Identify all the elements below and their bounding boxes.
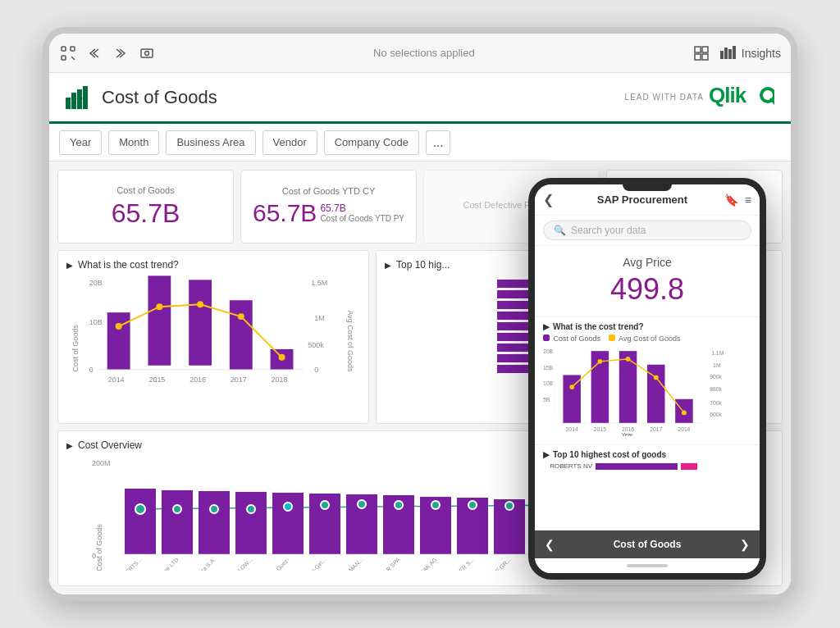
svg-rect-2 xyxy=(62,56,66,60)
svg-text:20B: 20B xyxy=(89,279,103,287)
svg-text:2014: 2014 xyxy=(108,375,125,384)
toolbar-right: Insights xyxy=(692,44,781,62)
phone-top10-title: ▶ Top 10 highest cost of goods xyxy=(543,450,751,459)
kpi-ytd-side: 65.7B Cost of Goods YTD PY xyxy=(320,199,404,223)
svg-text:2016: 2016 xyxy=(189,375,206,384)
phone-trend-title: ▶ What is the cost trend? xyxy=(543,322,751,331)
filter-vendor[interactable]: Vendor xyxy=(262,130,317,155)
svg-rect-9 xyxy=(702,54,708,60)
cost-trend-chart: ▶ What is the cost trend? 20B 10B 0 1.5M… xyxy=(57,250,369,424)
phone-prev-button[interactable]: ❮ xyxy=(545,538,555,551)
svg-text:STAK AG: STAK AG xyxy=(417,557,438,571)
phone-legend-bar: Cost of Goods xyxy=(543,334,600,343)
svg-rect-1 xyxy=(71,47,75,51)
kpi-ytd-sub-label: Cost of Goods YTD PY xyxy=(320,214,404,223)
kpi-ytd-sub-val: 65.7B xyxy=(320,203,404,214)
svg-text:700k: 700k xyxy=(710,400,722,406)
svg-rect-6 xyxy=(695,47,701,52)
filter-month[interactable]: Month xyxy=(108,130,159,155)
svg-text:RGER S...: RGER S... xyxy=(452,557,475,571)
svg-text:1M: 1M xyxy=(713,362,721,368)
svg-rect-7 xyxy=(702,47,708,52)
phone-kpi-section: Avg Price 499.8 xyxy=(535,246,760,316)
phone-back-button[interactable]: ❮ xyxy=(543,192,554,207)
svg-rect-120 xyxy=(619,351,637,423)
cost-trend-title: ▶ What is the cost trend? xyxy=(66,259,360,271)
phone-menu-icon[interactable]: ≡ xyxy=(745,193,751,207)
svg-point-76 xyxy=(321,501,329,509)
smart-search-icon[interactable] xyxy=(692,44,710,62)
svg-text:2018: 2018 xyxy=(272,375,288,384)
cost-trend-svg-container: 20B 10B 0 1.5M 1M 500k 0 Cost of Goods A… xyxy=(66,275,360,415)
svg-text:2017: 2017 xyxy=(650,426,662,432)
phone-top10-bar-container: ROBERTS NV xyxy=(543,462,751,470)
kpi-cost-goods-value: 65.7B xyxy=(112,198,180,229)
svg-text:2017: 2017 xyxy=(231,375,247,384)
svg-text:aurge LTD: aurge LTD xyxy=(157,557,180,571)
svg-point-70 xyxy=(210,505,218,513)
qlik-logo: Qlik xyxy=(709,83,774,112)
svg-rect-71 xyxy=(235,492,267,554)
svg-rect-67 xyxy=(162,490,193,554)
svg-text:10B: 10B xyxy=(543,380,554,386)
svg-text:15B: 15B xyxy=(543,365,554,371)
svg-point-43 xyxy=(156,303,162,310)
phone-search-bar[interactable]: 🔍 Search your data xyxy=(543,221,751,240)
svg-rect-118 xyxy=(563,375,580,423)
svg-text:0: 0 xyxy=(314,366,318,374)
svg-text:2015: 2015 xyxy=(594,426,606,432)
legend-bar-dot xyxy=(543,334,550,341)
phone-device: ❮ SAP Procurement 🔖 ≡ 🔍 Search your data xyxy=(528,178,766,580)
svg-rect-15 xyxy=(71,93,76,109)
svg-text:Nazi-Girl...: Nazi-Girl... xyxy=(304,557,326,571)
kpi-ytd-sub: 65.7B 65.7B Cost of Goods YTD PY xyxy=(253,199,404,227)
phone-trend-svg: 20B 15B 10B 5B 1.1M 1M 900k 880k 700k 60… xyxy=(543,346,751,436)
screenshot-icon[interactable] xyxy=(138,44,156,62)
svg-rect-65 xyxy=(125,489,156,554)
dashboard: Cost of Goods 65.7B Cost of Goods YTD CY… xyxy=(49,162,791,594)
svg-text:900k: 900k xyxy=(710,374,722,380)
filter-company-code[interactable]: Company Code xyxy=(324,130,419,155)
legend-line-dot xyxy=(609,334,615,341)
app-header: Cost of Goods LEAD WITH DATA Qlik xyxy=(49,73,791,124)
forward-icon[interactable] xyxy=(112,44,130,62)
filter-year[interactable]: Year xyxy=(59,130,102,155)
more-filters-button[interactable]: ... xyxy=(426,130,450,155)
svg-point-46 xyxy=(279,354,285,361)
filter-business-area[interactable]: Business Area xyxy=(166,130,255,155)
svg-text:ROBERTS...: ROBERTS... xyxy=(116,557,143,571)
phone-next-button[interactable]: ❯ xyxy=(740,538,750,551)
back-icon[interactable] xyxy=(85,44,103,62)
svg-text:Avg Cost of Goods: Avg Cost of Goods xyxy=(346,311,354,372)
svg-rect-0 xyxy=(62,47,66,51)
svg-text:2014: 2014 xyxy=(566,426,578,432)
insights-label: Insights xyxy=(742,47,781,60)
phone-top10-item1: ROBERTS NV xyxy=(543,462,751,470)
svg-text:BAR SPA: BAR SPA xyxy=(380,557,401,571)
svg-text:Year: Year xyxy=(622,432,634,436)
svg-rect-4 xyxy=(141,49,153,57)
svg-point-66 xyxy=(135,504,145,514)
phone-home-indicator xyxy=(535,558,760,573)
svg-point-124 xyxy=(597,359,602,364)
insights-icon xyxy=(720,44,737,62)
phone-inner: ❮ SAP Procurement 🔖 ≡ 🔍 Search your data xyxy=(535,184,760,573)
phone-bookmark-icon[interactable]: 🔖 xyxy=(724,193,738,207)
svg-rect-18 xyxy=(66,98,88,99)
scan-icon[interactable] xyxy=(59,44,77,62)
filter-bar: Year Month Business Area Vendor Company … xyxy=(49,124,791,162)
phone-top10-bar1b xyxy=(681,463,697,470)
svg-text:ILMAN...: ILMAN... xyxy=(345,557,364,571)
phone-kpi-label: Avg Price xyxy=(545,256,750,269)
phone-bottom-title: Cost of Goods xyxy=(555,539,740,550)
svg-point-45 xyxy=(238,313,244,320)
svg-text:10B: 10B xyxy=(89,318,103,326)
app-logo-icon xyxy=(66,84,92,111)
svg-text:500k: 500k xyxy=(308,341,324,349)
kpi-ytd-label: Cost of Goods YTD CY xyxy=(282,186,376,196)
svg-rect-34 xyxy=(189,280,212,365)
phone-search-icon: 🔍 xyxy=(554,225,566,236)
insights-button[interactable]: Insights xyxy=(720,44,781,62)
svg-point-78 xyxy=(358,500,366,508)
svg-rect-12 xyxy=(728,49,732,59)
